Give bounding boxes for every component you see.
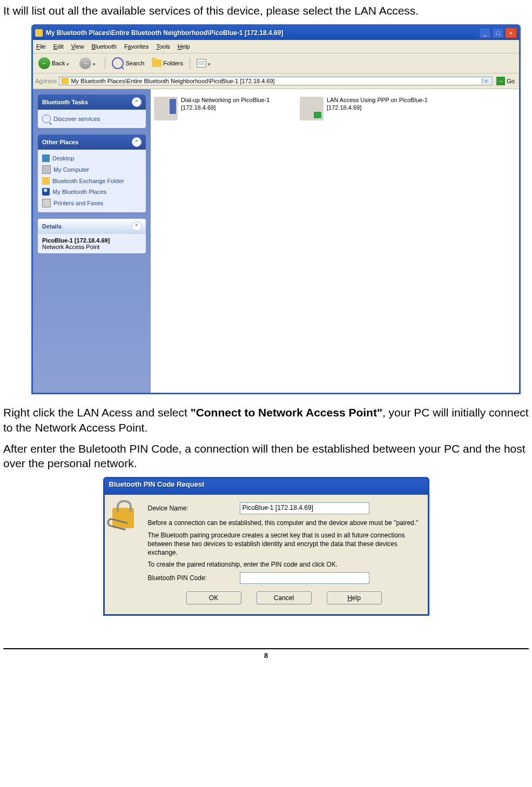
address-input[interactable]: My Bluetooth Places\Entire Bluetooth Nei… bbox=[59, 77, 492, 85]
window-title: My Bluetooth Places\Entire Bluetooth Nei… bbox=[46, 29, 479, 37]
toolbar-separator bbox=[190, 57, 190, 69]
sidebar: Bluetooth Tasks ⌃ Discover services Othe… bbox=[33, 89, 151, 393]
menu-favorites[interactable]: Favorites bbox=[124, 43, 149, 50]
toolbar-separator bbox=[105, 57, 105, 69]
menu-edit[interactable]: Edit bbox=[53, 43, 64, 50]
minimize-button[interactable]: _ bbox=[479, 28, 491, 38]
panel-header[interactable]: Details ⌃ bbox=[38, 219, 146, 234]
pin-dialog: Bluetooth PIN Code Request Device Name: … bbox=[103, 477, 429, 616]
device-name-label: Device Name: bbox=[148, 505, 240, 512]
sidebar-item-desktop[interactable]: Desktop bbox=[42, 153, 142, 164]
details-type: Network Access Point bbox=[42, 244, 142, 250]
dialog-paragraph: Before a connection can be established, … bbox=[148, 519, 420, 527]
maximize-button[interactable]: □ bbox=[492, 28, 504, 38]
sidebar-item-my-bluetooth[interactable]: My Bluetooth Places bbox=[42, 186, 142, 197]
pin-code-input[interactable] bbox=[240, 572, 369, 584]
folder-icon bbox=[152, 59, 161, 67]
chevron-up-icon[interactable]: ⌃ bbox=[132, 97, 142, 107]
sidebar-item-my-computer[interactable]: My Computer bbox=[42, 164, 142, 176]
pin-code-label: Bluetooth PIN Code: bbox=[148, 574, 240, 582]
dialog-title[interactable]: Bluetooth PIN Code Request bbox=[105, 479, 428, 495]
panel-header[interactable]: Bluetooth Tasks ⌃ bbox=[38, 95, 146, 110]
lock-key-icon bbox=[112, 502, 142, 604]
paragraph-2: Right click the LAN Acess and select "Co… bbox=[3, 405, 529, 435]
menu-tools[interactable]: Tools bbox=[156, 43, 170, 50]
address-label: Address bbox=[35, 78, 57, 84]
details-name: PicoBlue-1 [172.18.4.69] bbox=[42, 237, 142, 244]
menubar: File Edit View Bluetooth Favorites Tools… bbox=[33, 40, 519, 53]
views-button[interactable] bbox=[194, 58, 216, 69]
address-value: My Bluetooth Places\Entire Bluetooth Nei… bbox=[71, 78, 480, 84]
bluetooth-icon bbox=[42, 188, 50, 196]
address-dropdown[interactable]: v bbox=[482, 78, 490, 84]
titlebar[interactable]: My Bluetooth Places\Entire Bluetooth Nei… bbox=[33, 26, 519, 40]
printer-icon bbox=[42, 199, 51, 207]
panel-header[interactable]: Other Places ⌃ bbox=[38, 134, 146, 150]
service-label: Dial-up Networking on PicoBlue-1 [172.18… bbox=[181, 97, 294, 112]
sidebar-item-printers[interactable]: Printers and Faxes bbox=[42, 197, 142, 209]
lan-icon bbox=[300, 97, 324, 120]
window-icon bbox=[35, 29, 43, 37]
menu-file[interactable]: File bbox=[36, 43, 46, 50]
content-pane[interactable]: Dial-up Networking on PicoBlue-1 [172.18… bbox=[151, 89, 519, 393]
help-button[interactable]: Help bbox=[327, 591, 382, 604]
menu-view[interactable]: View bbox=[71, 43, 84, 50]
ok-button[interactable]: OK bbox=[186, 591, 241, 604]
search-icon bbox=[42, 115, 51, 123]
forward-button[interactable]: → bbox=[77, 56, 100, 70]
paragraph-3: After enter the Buletooth PIN Code, a co… bbox=[3, 441, 529, 471]
back-button[interactable]: ←Back bbox=[36, 56, 74, 70]
page-number: 8 bbox=[0, 649, 532, 665]
views-icon bbox=[197, 59, 206, 68]
folders-button[interactable]: Folders bbox=[150, 58, 185, 68]
chevron-up-icon[interactable]: ⌃ bbox=[132, 221, 142, 231]
chevron-up-icon[interactable]: ⌃ bbox=[132, 137, 142, 147]
sidebar-item-exchange[interactable]: Bluetooth Exchange Folder bbox=[42, 176, 142, 186]
address-bar: Address My Bluetooth Places\Entire Bluet… bbox=[33, 73, 519, 89]
device-name-field: PicoBlue-1 [172.18.4.69] bbox=[240, 502, 369, 514]
other-places-panel: Other Places ⌃ Desktop My Computer Bluet… bbox=[38, 134, 146, 212]
phone-modem-icon bbox=[154, 97, 178, 120]
desktop-icon bbox=[42, 154, 50, 162]
computer-icon bbox=[42, 165, 51, 174]
menu-help[interactable]: Help bbox=[178, 43, 190, 50]
cancel-button[interactable]: Cancel bbox=[257, 591, 312, 604]
intro-paragraph: It will list out all the available servi… bbox=[3, 3, 529, 18]
service-lan-access[interactable]: LAN Access Using PPP on PicoBlue-1 [172.… bbox=[300, 97, 440, 120]
toolbar: ←Back → Search Folders bbox=[33, 53, 519, 73]
close-button[interactable]: × bbox=[505, 28, 517, 38]
menu-bluetooth[interactable]: Bluetooth bbox=[91, 43, 117, 50]
dialog-paragraph: To create the paired relationship, enter… bbox=[148, 560, 420, 569]
discover-services[interactable]: Discover services bbox=[42, 113, 142, 125]
search-icon bbox=[112, 57, 124, 69]
dialog-paragraph: The Bluetooth pairing procedure creates … bbox=[148, 531, 420, 557]
folder-icon bbox=[61, 78, 69, 84]
service-dialup[interactable]: Dial-up Networking on PicoBlue-1 [172.18… bbox=[154, 97, 294, 120]
go-button[interactable]: →Go bbox=[494, 77, 517, 85]
explorer-window: My Bluetooth Places\Entire Bluetooth Nei… bbox=[31, 24, 521, 394]
service-label: LAN Access Using PPP on PicoBlue-1 [172.… bbox=[327, 97, 440, 112]
folder-icon bbox=[42, 177, 50, 185]
search-button[interactable]: Search bbox=[110, 56, 146, 70]
bluetooth-tasks-panel: Bluetooth Tasks ⌃ Discover services bbox=[38, 95, 146, 128]
details-panel: Details ⌃ PicoBlue-1 [172.18.4.69] Netwo… bbox=[38, 219, 146, 253]
